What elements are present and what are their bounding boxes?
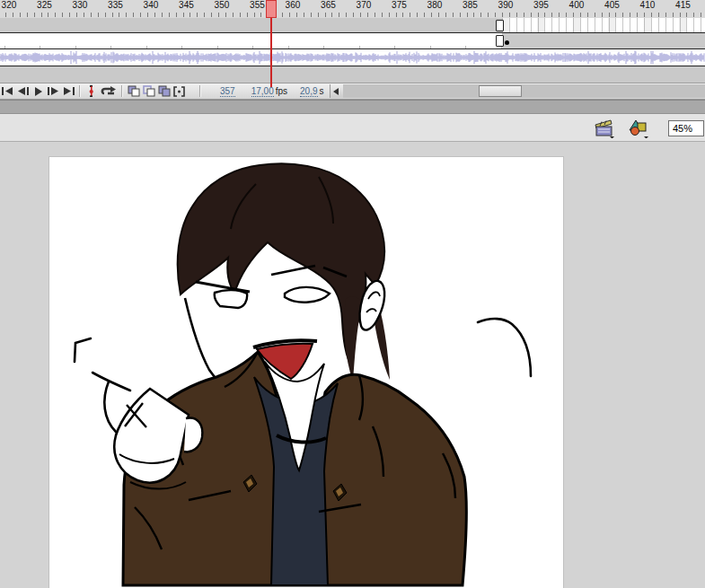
ruler-tick bbox=[247, 13, 248, 17]
current-frame-value[interactable]: 357 bbox=[220, 86, 235, 97]
frame-span[interactable] bbox=[0, 18, 502, 32]
ruler-frame-label: 350 bbox=[209, 0, 234, 10]
ruler-tick bbox=[105, 13, 106, 17]
ruler-tick bbox=[701, 13, 701, 17]
step-forward-icon bbox=[48, 87, 59, 95]
ruler-frame-label: 415 bbox=[670, 0, 695, 10]
timeline-layer-2-frames[interactable] bbox=[0, 33, 705, 49]
ruler-tick bbox=[693, 13, 694, 17]
timeline-empty-area bbox=[0, 66, 705, 83]
separator bbox=[199, 85, 201, 97]
ruler-tick bbox=[665, 13, 666, 17]
motion-marks-left bbox=[75, 338, 130, 432]
modify-onion-markers-button[interactable] bbox=[172, 84, 187, 98]
ruler-tick bbox=[331, 13, 332, 17]
go-to-last-frame-button[interactable] bbox=[61, 84, 76, 98]
ruler-tick bbox=[538, 13, 539, 17]
ruler-tick bbox=[304, 13, 304, 17]
motion-mark-right bbox=[478, 319, 531, 376]
ruler-tick bbox=[183, 13, 184, 17]
ruler-frame-label: 370 bbox=[351, 0, 376, 10]
edit-scene-button[interactable] bbox=[594, 118, 615, 138]
right-eye bbox=[285, 287, 330, 303]
ruler-frame-label: 395 bbox=[528, 0, 553, 10]
ruler-tick bbox=[211, 13, 212, 17]
ruler-tick bbox=[509, 13, 510, 17]
ruler-tick bbox=[55, 13, 56, 17]
scrollbar-thumb[interactable] bbox=[479, 85, 522, 97]
ruler-tick bbox=[480, 13, 481, 17]
center-frame-button[interactable] bbox=[84, 84, 99, 98]
ruler-tick bbox=[240, 13, 241, 17]
timeline-horizontal-scrollbar[interactable] bbox=[330, 84, 705, 98]
timeline-ruler[interactable]: 3203253303353403453503553603653703753803… bbox=[0, 0, 705, 19]
ruler-frame-label: 380 bbox=[422, 0, 447, 10]
step-back-one-frame-button[interactable] bbox=[15, 84, 31, 98]
zoom-level-input[interactable] bbox=[668, 120, 704, 136]
edit-bar bbox=[0, 114, 705, 142]
ruler-tick bbox=[176, 13, 177, 17]
onion-skin-button[interactable] bbox=[126, 84, 141, 98]
playhead-line bbox=[270, 18, 272, 87]
ruler-tick bbox=[686, 13, 687, 17]
ruler-tick bbox=[311, 13, 312, 17]
ruler-tick bbox=[673, 13, 674, 17]
ruler-tick bbox=[189, 13, 190, 17]
empty-span[interactable] bbox=[0, 33, 502, 48]
step-back-icon bbox=[17, 87, 29, 95]
panel-divider-strip bbox=[0, 100, 705, 114]
ruler-tick bbox=[460, 13, 461, 17]
edit-scene-icon bbox=[594, 118, 615, 138]
loop-playback-button[interactable] bbox=[99, 84, 119, 98]
elapsed-time-value[interactable]: 20,9 bbox=[300, 86, 317, 97]
stage-pasteboard[interactable] bbox=[0, 142, 705, 588]
frame-span[interactable] bbox=[502, 33, 705, 48]
ruler-frame-label: 375 bbox=[386, 0, 411, 10]
ruler-tick bbox=[34, 13, 35, 17]
step-forward-one-frame-button[interactable] bbox=[46, 84, 61, 98]
ruler-tick bbox=[27, 13, 28, 17]
go-to-first-frame-button[interactable] bbox=[0, 84, 15, 98]
ruler-tick bbox=[382, 13, 383, 17]
ruler-tick bbox=[119, 13, 119, 17]
ruler-tick bbox=[680, 13, 681, 17]
playhead-handle[interactable] bbox=[266, 0, 277, 18]
edit-multiple-frames-button[interactable] bbox=[156, 84, 172, 98]
ruler-tick bbox=[204, 13, 205, 17]
ruler-tick bbox=[644, 13, 645, 17]
ruler-tick bbox=[225, 13, 226, 17]
ruler-tick bbox=[360, 13, 361, 17]
empty-frames[interactable] bbox=[502, 18, 705, 32]
ruler-tick bbox=[325, 13, 326, 17]
ruler-tick bbox=[76, 13, 77, 17]
scroll-left-button[interactable] bbox=[330, 84, 343, 98]
ruler-tick bbox=[339, 13, 339, 17]
ruler-tick bbox=[602, 13, 603, 17]
ruler-tick bbox=[502, 13, 503, 17]
ruler-frame-label: 360 bbox=[280, 0, 305, 10]
play-button[interactable] bbox=[31, 84, 46, 98]
ruler-tick bbox=[473, 13, 474, 17]
audio-waveform bbox=[0, 49, 705, 66]
ruler-tick bbox=[375, 13, 375, 17]
ruler-tick bbox=[112, 13, 113, 17]
ruler-tick bbox=[573, 13, 574, 17]
onion-skin-outlines-button[interactable] bbox=[141, 84, 156, 98]
ruler-tick bbox=[126, 13, 127, 17]
play-icon bbox=[34, 87, 43, 96]
ruler-tick bbox=[524, 13, 524, 17]
scroll-left-arrow-icon bbox=[333, 88, 339, 95]
ruler-tick bbox=[431, 13, 432, 17]
frame-rate-value[interactable]: 17,00 bbox=[251, 86, 274, 97]
go-to-first-frame-icon bbox=[2, 87, 13, 95]
ruler-tick bbox=[658, 13, 659, 17]
ruler-tick bbox=[98, 13, 99, 17]
edit-symbols-button[interactable] bbox=[628, 118, 649, 138]
ruler-tick bbox=[367, 13, 368, 17]
timeline-layer-1-frames[interactable] bbox=[0, 18, 705, 33]
timeline-audio-layer[interactable] bbox=[0, 49, 705, 66]
ruler-tick bbox=[417, 13, 418, 17]
ruler-tick bbox=[260, 13, 261, 17]
left-eye bbox=[215, 290, 247, 308]
stage-canvas[interactable] bbox=[49, 157, 563, 588]
